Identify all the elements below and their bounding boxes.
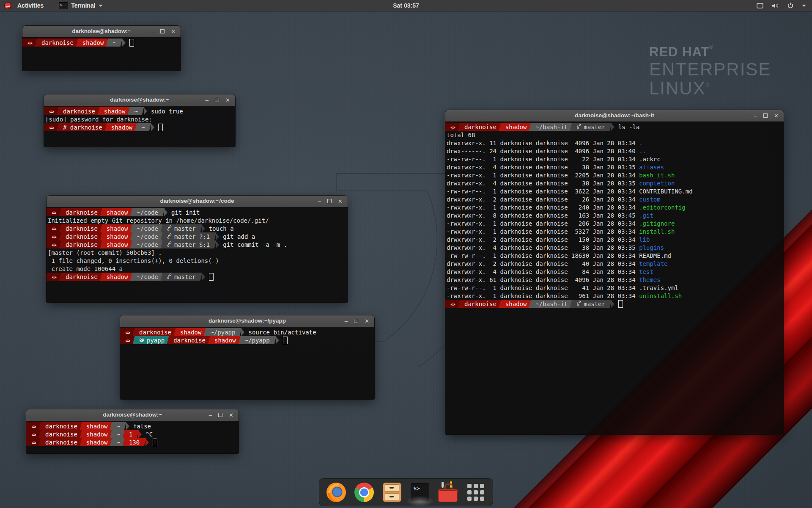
- terminal-body[interactable]: darknoiseshadow~falsedarknoiseshadow~1^C…: [26, 421, 239, 453]
- prompt-segment-text: shadow: [111, 124, 133, 131]
- prompt-line: darknoiseshadow~false: [27, 422, 239, 430]
- prompt-segment-text: darknoise: [464, 124, 497, 130]
- window-title: darknoise@shadow:~/pyapp: [208, 318, 286, 324]
- prompt-segment-text: darknoise: [66, 273, 98, 280]
- minimize-button[interactable]: –: [209, 412, 212, 418]
- terminal-body[interactable]: darknoiseshadow~: [22, 37, 181, 71]
- prompt-segment-text: darknoise: [66, 209, 98, 216]
- screen-icon[interactable]: [757, 3, 763, 8]
- prompt-segment-icon: [48, 232, 60, 240]
- maximize-button[interactable]: [354, 318, 358, 324]
- chevron-down-icon[interactable]: [802, 5, 806, 7]
- terminal-body[interactable]: darknoiseshadow~/bash-itmasterls -latota…: [445, 121, 784, 434]
- ls-meta: -rwxrwxr-x. 1 darknoise darknoise 961 Ja…: [447, 293, 639, 299]
- command-text: git add a: [223, 233, 255, 240]
- close-button[interactable]: ✕: [338, 199, 343, 204]
- redhat-icon: [125, 329, 130, 336]
- command-text: source bin/activate: [248, 329, 316, 336]
- window-title: darknoise@shadow:~/bash-it: [575, 112, 654, 119]
- window-titlebar[interactable]: darknoise@shadow:~–✕: [22, 26, 181, 38]
- ls-filename: README.md: [639, 252, 671, 259]
- output-line: [sudo] password for darknoise:: [45, 115, 235, 123]
- prompt-segment-text: ~/pyapp: [210, 329, 235, 336]
- close-button[interactable]: ✕: [365, 318, 369, 324]
- ls-filename: CONTRIBUTING.md: [639, 188, 692, 195]
- chrome-icon: [354, 483, 374, 502]
- minimize-button[interactable]: –: [318, 199, 321, 204]
- ls-meta: -rw-rw-r--. 1 darknoise darknoise 22 Jan…: [447, 156, 639, 163]
- maximize-button[interactable]: [218, 412, 222, 418]
- close-button[interactable]: ✕: [229, 412, 233, 418]
- dock-item-firefox[interactable]: [326, 482, 346, 502]
- minimize-button[interactable]: –: [151, 29, 154, 34]
- redhat-icon: [52, 225, 57, 232]
- prompt-segment-text: master: [584, 124, 605, 130]
- command-text: git init: [171, 209, 200, 216]
- clock[interactable]: Sat 03:57: [0, 2, 812, 9]
- ls-filename: plugins: [639, 244, 664, 251]
- running-indicator-glow: [406, 496, 433, 507]
- grid-dot: [480, 490, 484, 494]
- dock-item-terminal[interactable]: $>: [410, 482, 430, 502]
- status-area[interactable]: [757, 3, 812, 8]
- prompt-segment-venv: pyapp: [135, 336, 168, 344]
- activities-button[interactable]: Activities: [15, 2, 46, 9]
- power-icon[interactable]: [787, 3, 793, 8]
- prompt-segment-user: darknoise: [461, 123, 500, 131]
- close-button[interactable]: ✕: [774, 113, 779, 119]
- app-menu[interactable]: >_ Terminal: [59, 2, 102, 9]
- window-titlebar[interactable]: darknoise@shadow:~/code–✕: [47, 196, 348, 207]
- prompt-segment-user: darknoise: [41, 422, 81, 430]
- dock-item-files[interactable]: [382, 482, 402, 502]
- ls-filename: .ackrc: [639, 156, 661, 163]
- maximize-button[interactable]: [327, 199, 332, 204]
- maximize-button[interactable]: [215, 97, 219, 103]
- maximize-button[interactable]: [763, 113, 768, 119]
- window-titlebar[interactable]: darknoise@shadow:~/bash-it–✕: [445, 110, 784, 122]
- terminal-body[interactable]: darknoiseshadow~sudo true[sudo] password…: [44, 106, 235, 147]
- terminal-cursor: [158, 124, 163, 131]
- prompt-segment-user: darknoise: [62, 208, 102, 216]
- terminal-body[interactable]: darknoiseshadow~/pyappsource bin/activat…: [120, 327, 374, 399]
- ls-row: drwxrwxr-x. 8 darknoise darknoise 163 Ja…: [447, 211, 784, 219]
- ls-filename: themes: [639, 276, 661, 283]
- dock-item-chrome[interactable]: [354, 482, 374, 502]
- prompt-segment-host: shadow: [176, 328, 206, 336]
- dock: $>: [319, 478, 493, 506]
- maximize-button[interactable]: [160, 29, 165, 34]
- terminal-icon: >_: [59, 2, 68, 9]
- minimize-button[interactable]: –: [345, 318, 348, 324]
- ls-meta: -rwxrwxr-x. 1 darknoise darknoise 5327 J…: [447, 228, 639, 235]
- toolbox-icon: [438, 485, 458, 502]
- minimize-button[interactable]: –: [206, 97, 208, 103]
- ls-filename: lib: [639, 236, 650, 243]
- dock-item-toolbox[interactable]: [438, 482, 458, 502]
- close-button[interactable]: ✕: [171, 29, 176, 34]
- close-button[interactable]: ✕: [225, 97, 230, 103]
- dock-item-app-grid[interactable]: [466, 482, 486, 502]
- prompt-segment-text: shadow: [82, 39, 104, 46]
- prompt-segment-icon: [27, 430, 40, 438]
- prompt-segment-host: shadow: [100, 107, 129, 115]
- window-titlebar[interactable]: darknoise@shadow:~–✕: [26, 409, 239, 421]
- terminal-body[interactable]: darknoiseshadow~/codegit initInitialized…: [47, 207, 348, 302]
- volume-icon[interactable]: [772, 3, 779, 8]
- prompt-segment-path: ~/pyapp: [206, 328, 239, 336]
- prompt-segment-icon: [121, 336, 134, 344]
- prompt-segment-text: shadow: [86, 431, 108, 438]
- ls-row: drwxrwxr-x. 4 darknoise darknoise 84 Jan…: [447, 268, 784, 276]
- window-titlebar[interactable]: darknoise@shadow:~–✕: [44, 94, 235, 106]
- ls-row: drwxrwxr-x. 2 darknoise darknoise 150 Ja…: [447, 235, 784, 243]
- ls-filename: .gitignore: [639, 220, 675, 227]
- prompt-segment-text: ~: [112, 39, 116, 46]
- prompt-segment-user: darknoise: [59, 107, 99, 115]
- ls-row: -rw-rw-r--. 1 darknoise darknoise 3622 J…: [447, 187, 784, 195]
- window-titlebar[interactable]: darknoise@shadow:~/pyapp–✕: [120, 315, 374, 327]
- redhat-icon: [52, 241, 57, 248]
- prompt-segment-icon: [27, 438, 40, 446]
- minimize-button[interactable]: –: [754, 113, 757, 119]
- ls-meta: drwxrwxr-x. 2 darknoise darknoise 150 Ja…: [447, 236, 639, 243]
- output-line: Initialized empty Git repository in /hom…: [48, 216, 348, 224]
- prompt-segment-git: master: [163, 273, 200, 281]
- prompt-segment-icon: [45, 107, 58, 115]
